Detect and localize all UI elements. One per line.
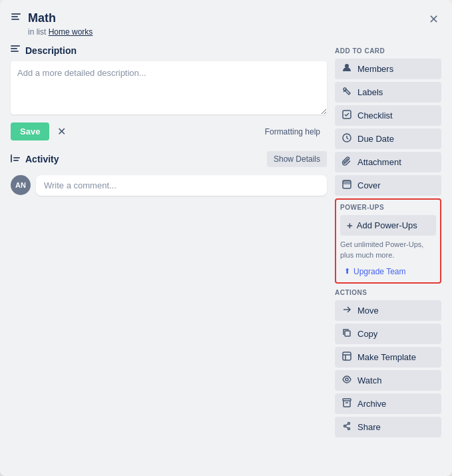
archive-button[interactable]: Archive bbox=[335, 393, 441, 414]
svg-rect-3 bbox=[11, 45, 20, 47]
due-date-icon bbox=[341, 133, 352, 144]
svg-rect-7 bbox=[13, 157, 20, 158]
copy-button[interactable]: Copy bbox=[335, 324, 441, 344]
close-button[interactable]: ✕ bbox=[426, 11, 441, 28]
svg-line-25 bbox=[346, 424, 348, 425]
description-header: Description bbox=[11, 45, 327, 56]
activity-title: Activity bbox=[25, 154, 59, 164]
cancel-button[interactable]: ✕ bbox=[53, 122, 70, 140]
upgrade-icon: ⬆ bbox=[344, 267, 350, 276]
members-button[interactable]: Members bbox=[335, 59, 441, 79]
svg-rect-6 bbox=[11, 154, 12, 162]
description-title: Description bbox=[25, 45, 77, 56]
activity-header-left: Activity bbox=[11, 154, 59, 165]
share-icon bbox=[341, 421, 352, 433]
make-template-button[interactable]: Make Template bbox=[335, 347, 441, 367]
power-ups-section: POWER-UPS + Add Power-Ups Get unlimited … bbox=[335, 198, 441, 283]
svg-point-23 bbox=[344, 425, 346, 427]
svg-rect-2 bbox=[11, 19, 19, 20]
svg-rect-4 bbox=[11, 48, 17, 49]
svg-rect-0 bbox=[11, 13, 21, 15]
card-icon bbox=[11, 12, 21, 25]
svg-line-26 bbox=[346, 427, 348, 428]
svg-rect-5 bbox=[11, 51, 19, 52]
svg-rect-1 bbox=[11, 16, 18, 17]
upgrade-team-button[interactable]: ⬆ Upgrade Team bbox=[340, 265, 410, 278]
modal-title-area: Math in list Home works bbox=[28, 11, 426, 37]
activity-section: Activity Show Details AN bbox=[11, 151, 327, 196]
activity-icon bbox=[11, 154, 20, 165]
svg-rect-20 bbox=[343, 399, 351, 401]
right-column: ADD TO CARD Members bbox=[335, 45, 441, 439]
save-button[interactable]: Save bbox=[11, 122, 49, 140]
formatting-help-button[interactable]: Formatting help bbox=[258, 123, 327, 140]
copy-icon bbox=[341, 328, 352, 340]
attachment-icon bbox=[341, 156, 352, 168]
left-column: Description Save ✕ Formatting help bbox=[11, 45, 327, 439]
svg-rect-16 bbox=[343, 352, 351, 360]
svg-rect-8 bbox=[13, 160, 19, 161]
main-content: Description Save ✕ Formatting help bbox=[11, 45, 441, 439]
description-icon bbox=[11, 45, 20, 56]
avatar: AN bbox=[11, 175, 31, 195]
move-icon bbox=[341, 305, 352, 316]
svg-rect-14 bbox=[343, 180, 351, 184]
labels-icon bbox=[341, 87, 352, 98]
power-ups-promo: Get unlimited Power-Ups, plus much more. bbox=[340, 240, 436, 260]
add-to-card-label: ADD TO CARD bbox=[335, 47, 441, 55]
card-subtitle: in list Home works bbox=[28, 27, 426, 37]
svg-rect-15 bbox=[345, 331, 350, 336]
share-button[interactable]: Share bbox=[335, 417, 441, 437]
card-modal: Math in list Home works ✕ Description bbox=[0, 0, 452, 476]
make-template-icon bbox=[341, 352, 352, 363]
archive-icon bbox=[341, 398, 352, 409]
attachment-button[interactable]: Attachment bbox=[335, 152, 441, 172]
activity-header: Activity Show Details bbox=[11, 151, 327, 167]
modal-header: Math in list Home works ✕ bbox=[11, 11, 441, 37]
subtitle-prefix: in list bbox=[28, 27, 46, 37]
watch-button[interactable]: Watch bbox=[335, 370, 441, 391]
actions-label: ACTIONS bbox=[335, 289, 441, 296]
move-button[interactable]: Move bbox=[335, 300, 441, 321]
checklist-button[interactable]: Checklist bbox=[335, 105, 441, 126]
cover-button[interactable]: Cover bbox=[335, 175, 441, 196]
actions-section: ACTIONS Move bbox=[335, 289, 441, 437]
comment-input[interactable] bbox=[36, 175, 327, 196]
plus-icon: + bbox=[347, 220, 353, 231]
show-details-button[interactable]: Show Details bbox=[267, 151, 327, 167]
description-actions: Save ✕ Formatting help bbox=[11, 122, 327, 140]
card-title: Math bbox=[28, 11, 426, 26]
desc-left-buttons: Save ✕ bbox=[11, 122, 70, 140]
watch-icon bbox=[341, 375, 352, 386]
checklist-icon bbox=[341, 110, 352, 121]
add-power-ups-button[interactable]: + Add Power-Ups bbox=[340, 215, 436, 236]
cover-icon bbox=[341, 180, 352, 191]
svg-point-22 bbox=[348, 422, 350, 424]
svg-point-24 bbox=[348, 427, 350, 429]
due-date-button[interactable]: Due Date bbox=[335, 128, 441, 149]
description-textarea[interactable] bbox=[11, 61, 327, 115]
add-to-card-buttons: Members Labels bbox=[335, 59, 441, 196]
members-icon bbox=[341, 63, 352, 75]
list-link[interactable]: Home works bbox=[49, 27, 93, 37]
svg-point-19 bbox=[345, 378, 348, 381]
comment-row: AN bbox=[11, 175, 327, 196]
labels-button[interactable]: Labels bbox=[335, 82, 441, 103]
power-ups-label: POWER-UPS bbox=[340, 204, 436, 211]
